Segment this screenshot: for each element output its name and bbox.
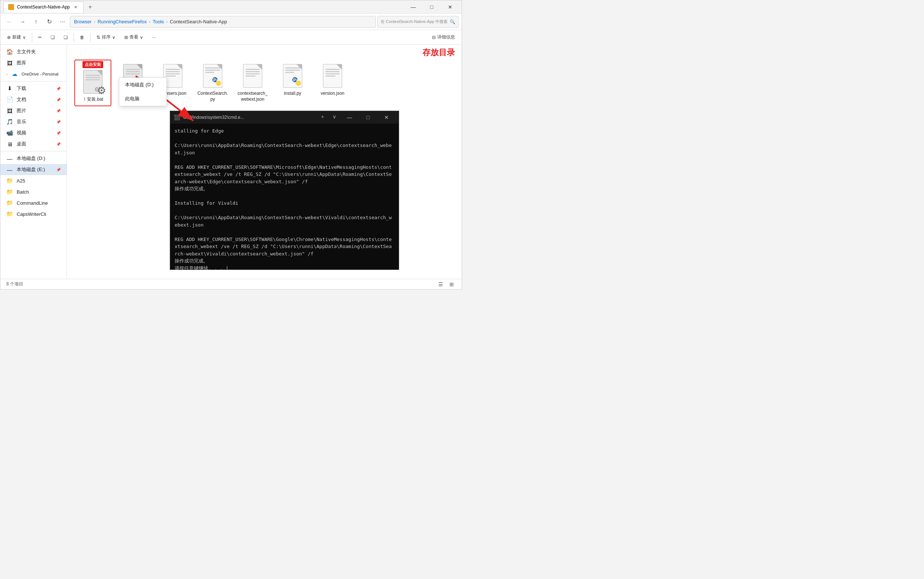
pin-icon-music: 📌 [56, 120, 61, 124]
file-item-contextsearch-py[interactable]: Py ContextSearch.py [194, 60, 231, 106]
window-controls: — □ ✕ [405, 1, 459, 13]
copy-button[interactable]: ❑ [47, 31, 59, 43]
cut-button[interactable]: ✂ [34, 31, 46, 43]
video-icon: 📹 [6, 129, 13, 136]
view-button[interactable]: ⊞ 查看 ∨ [121, 31, 147, 43]
refresh-button[interactable]: ↻ [43, 16, 55, 28]
cmd-maximize[interactable]: □ [360, 112, 376, 123]
contextsearch-py-name: ContextSearch.py [197, 91, 228, 102]
search-box[interactable]: 在 ContextSearch-Native-App 中搜索 🔍 [377, 16, 459, 28]
detail-button[interactable]: ⊟ 详细信息 [429, 31, 459, 43]
content-area: 存放目录 点击安装 [67, 45, 462, 279]
cmd-minimize[interactable]: — [341, 112, 358, 123]
address-app: ContextSearch-Native-App [170, 19, 227, 25]
webext-json-icon [241, 62, 264, 89]
forward-button[interactable]: → [17, 16, 28, 28]
address-sep3: › [166, 19, 168, 25]
paste-button[interactable]: ❑ [60, 31, 72, 43]
version-json-icon [321, 62, 344, 89]
status-count: 8 个项目 [6, 281, 23, 287]
webext-json-name: contextsearch_webext.json [237, 91, 268, 102]
home-label: 主文件夹 [17, 49, 36, 55]
sidebar-item-video[interactable]: 📹 视频 📌 [0, 128, 67, 139]
delete-button[interactable]: 🗑 [76, 31, 88, 43]
sidebar-item-onedrive[interactable]: › ☁ OneDrive - Personal [0, 69, 67, 80]
new-tab-button[interactable]: + [85, 2, 95, 12]
new-button[interactable]: ⊕ 新建 ∨ [3, 31, 29, 43]
commandline-label: CommandLine [17, 200, 48, 206]
sort-chevron: ∨ [112, 35, 116, 40]
new-chevron: ∨ [23, 35, 26, 40]
cmd-title-text: C:\Windows\system32\cmd.e... [183, 115, 315, 120]
dropdown-item-this-pc[interactable]: 此电脑 [119, 92, 166, 106]
download-icon: ⬇ [6, 85, 13, 92]
file-item-webext-json[interactable]: contextsearch_webext.json [234, 60, 271, 106]
status-right: ☰ ⊞ [437, 280, 456, 288]
file-item-version-json[interactable]: version.json [314, 60, 351, 106]
install-py-icon: Py [281, 62, 305, 89]
cmd-titlebar: ⬛ C:\Windows\system32\cmd.e... + ∨ — □ ✕ [170, 111, 399, 124]
sidebar-item-drive-d[interactable]: — 本地磁盘 (D:) [0, 153, 67, 164]
sidebar-item-commandline[interactable]: 📁 CommandLine [0, 197, 67, 208]
pin-icon-pictures: 📌 [56, 109, 61, 113]
svg-text:Py: Py [293, 78, 298, 82]
cmd-close[interactable]: ✕ [378, 112, 395, 123]
sidebar-item-desktop[interactable]: 🖥 桌面 📌 [0, 139, 67, 150]
cmd-controls: + ∨ — □ ✕ [317, 112, 395, 123]
file-item-install-py[interactable]: Py install.py [274, 60, 311, 106]
sidebar-item-a25[interactable]: 📁 A25 [0, 175, 67, 186]
active-tab[interactable]: ContextSearch-Native-App ✕ [3, 2, 83, 13]
up-button[interactable]: ↑ [30, 16, 42, 28]
pin-icon-docs: 📌 [56, 98, 61, 102]
sidebar-item-capswriter[interactable]: 📁 CapsWriterCli [0, 208, 67, 219]
dropdown-item-drive-d[interactable]: 本地磁盘 (D:) [119, 78, 166, 92]
sidebar-item-docs[interactable]: 📄 文档 📌 [0, 94, 67, 105]
grid-view-button[interactable]: ⊞ [448, 280, 456, 288]
sidebar-divider-2 [0, 151, 67, 151]
toolbar-separator-2 [73, 33, 74, 42]
sidebar-item-download[interactable]: ⬇ 下载 📌 [0, 83, 67, 94]
toolbar-separator-1 [32, 33, 32, 42]
batch-label: Batch [17, 189, 29, 195]
sort-button[interactable]: ⇅ 排序 ∨ [93, 31, 119, 43]
a25-icon: 📁 [6, 177, 13, 184]
drive-e-label: 本地磁盘 (E:) [17, 166, 45, 173]
a25-label: A25 [17, 178, 25, 184]
maximize-button[interactable]: □ [423, 1, 440, 13]
titlebar: ContextSearch-Native-App ✕ + — □ ✕ [0, 0, 462, 14]
view-chevron: ∨ [140, 35, 143, 40]
cmd-output: stalling for Edge C:\Users\runni\AppData… [174, 128, 394, 270]
drive-e-icon: — [6, 166, 13, 173]
tab-area: ContextSearch-Native-App ✕ + [3, 0, 405, 13]
close-button[interactable]: ✕ [442, 1, 459, 13]
minimize-button[interactable]: — [405, 1, 422, 13]
sidebar-item-home[interactable]: 🏠 主文件夹 [0, 46, 67, 57]
sidebar-item-gallery[interactable]: 🖼 图库 [0, 57, 67, 69]
cmd-chevron[interactable]: ∨ [329, 112, 339, 121]
more-button[interactable]: ··· [148, 31, 160, 43]
back-button[interactable]: ← [3, 16, 15, 28]
dropdown-menu: 本地磁盘 (D:) 此电脑 [119, 77, 167, 106]
version-json-name: version.json [321, 91, 344, 96]
sidebar-item-pictures[interactable]: 🖼 图片 📌 [0, 105, 67, 116]
tab-close-button[interactable]: ✕ [73, 4, 79, 10]
sidebar-item-music[interactable]: 🎵 音乐 📌 [0, 116, 67, 128]
address-browser: Browser [74, 19, 92, 25]
sidebar-divider-1 [0, 81, 67, 82]
more-nav-button[interactable]: ··· [57, 16, 68, 28]
file-explorer-window: ContextSearch-Native-App ✕ + — □ ✕ ← → ↑… [0, 0, 462, 290]
drive-d-icon: — [6, 155, 13, 162]
file-item-install-bat[interactable]: 点击安装 ⚙ ⚙ ！安装.bat [74, 60, 111, 106]
sidebar-item-batch[interactable]: 📁 Batch [0, 186, 67, 197]
pictures-icon: 🖼 [6, 107, 13, 114]
sidebar-item-drive-e[interactable]: — 本地磁盘 (E:) 📌 [0, 164, 67, 175]
drive-d-label: 本地磁盘 (D:) [17, 155, 45, 162]
action-toolbar: ⊕ 新建 ∨ ✂ ❑ ❑ 🗑 ⇅ 排序 ∨ ⊞ 查看 ∨ ··· ⊟ 详细信息 [0, 30, 462, 45]
list-view-button[interactable]: ☰ [437, 280, 445, 288]
sidebar: 🏠 主文件夹 🖼 图库 › ☁ OneDrive - Personal ⬇ 下载… [0, 45, 67, 279]
docs-label: 文档 [17, 96, 26, 103]
address-bar[interactable]: Browser › RunningCheeseFirefox › Tools ›… [70, 16, 376, 28]
cmd-new-tab[interactable]: + [317, 112, 328, 121]
toolbar-separator-3 [90, 33, 91, 42]
docs-icon: 📄 [6, 96, 13, 103]
